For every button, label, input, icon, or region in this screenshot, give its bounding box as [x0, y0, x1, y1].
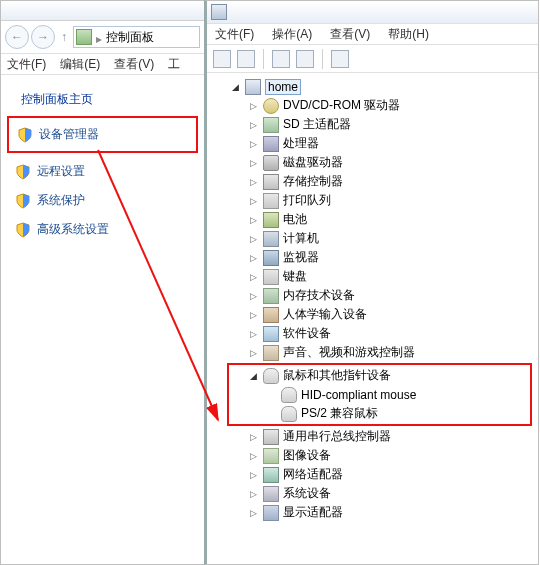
forward-button[interactable]: → [31, 25, 55, 49]
tree-label: 系统设备 [283, 485, 331, 502]
dm-menubar: 文件(F) 操作(A) 查看(V) 帮助(H) [207, 23, 538, 45]
cp-home-title[interactable]: 控制面板主页 [9, 85, 196, 118]
tree-item-cat2-3[interactable]: ▷系统设备 [211, 484, 536, 503]
expand-arrow-icon[interactable]: ▷ [247, 328, 259, 340]
tree-item-cat2-4[interactable]: ▷显示适配器 [211, 503, 536, 522]
menu-edit[interactable]: 编辑(E) [60, 56, 100, 73]
dev-chip-icon [263, 288, 279, 304]
dev-mouse-icon [281, 387, 297, 403]
expand-arrow-icon[interactable]: ▷ [247, 138, 259, 150]
tree-item-cat-7[interactable]: ▷计算机 [211, 229, 536, 248]
expand-arrow-icon[interactable]: ◢ [247, 370, 259, 382]
tree-item-cat-4[interactable]: ▷存储控制器 [211, 172, 536, 191]
expand-arrow-icon[interactable]: ▷ [247, 431, 259, 443]
tree-label: 通用串行总线控制器 [283, 428, 391, 445]
tree-label: 软件设备 [283, 325, 331, 342]
dev-print-icon [263, 193, 279, 209]
expand-arrow-icon[interactable]: ▷ [247, 469, 259, 481]
tb-back-icon[interactable] [213, 50, 231, 68]
device-tree[interactable]: ◢home▷DVD/CD-ROM 驱动器▷SD 主适配器▷处理器▷磁盘驱动器▷存… [207, 73, 538, 564]
sidebar-item-advanced-system-settings[interactable]: 高级系统设置 [9, 215, 196, 244]
expand-arrow-icon[interactable]: ▷ [247, 195, 259, 207]
menu-view[interactable]: 查看(V) [114, 56, 154, 73]
tree-label: SD 主适配器 [283, 116, 351, 133]
device-manager-window: 文件(F) 操作(A) 查看(V) 帮助(H) ◢home▷DVD/CD-ROM… [204, 0, 539, 565]
menu-file[interactable]: 文件(F) [7, 56, 46, 73]
expand-arrow-icon[interactable]: ▷ [247, 271, 259, 283]
sidebar-item-remote-settings[interactable]: 远程设置 [9, 157, 196, 186]
menu-tools[interactable]: 工 [168, 56, 180, 73]
expand-arrow-icon[interactable]: ▷ [247, 176, 259, 188]
tb-scan-icon[interactable] [331, 50, 349, 68]
tree-item-cat-13[interactable]: ▷声音、视频和游戏控制器 [211, 343, 536, 362]
tree-item-cat-5[interactable]: ▷打印队列 [211, 191, 536, 210]
tree-item-mouse-group[interactable]: ◢鼠标和其他指针设备 [229, 366, 530, 385]
tree-label: 计算机 [283, 230, 319, 247]
tree-item-cat2-0[interactable]: ▷通用串行总线控制器 [211, 427, 536, 446]
expand-arrow-icon[interactable]: ▷ [247, 214, 259, 226]
control-panel-window: ← → ↑ ▸ 控制面板 文件(F) 编辑(E) 查看(V) 工 控制面板主页 … [0, 0, 204, 565]
sidebar-item-label: 设备管理器 [39, 126, 99, 143]
menu-action[interactable]: 操作(A) [272, 26, 312, 43]
tree-item-cat-2[interactable]: ▷处理器 [211, 134, 536, 153]
expand-arrow-icon[interactable]: ▷ [247, 119, 259, 131]
tree-label: 内存技术设备 [283, 287, 355, 304]
dev-mon-icon [263, 250, 279, 266]
tree-item-cat-3[interactable]: ▷磁盘驱动器 [211, 153, 536, 172]
menu-view[interactable]: 查看(V) [330, 26, 370, 43]
tree-item-root[interactable]: ◢home [211, 77, 536, 96]
expand-arrow-icon[interactable]: ▷ [247, 252, 259, 264]
dm-titlebar [207, 1, 538, 23]
expand-arrow-icon[interactable]: ▷ [247, 488, 259, 500]
tree-item-cat-9[interactable]: ▷键盘 [211, 267, 536, 286]
divider [322, 49, 323, 69]
expand-arrow-icon[interactable]: ◢ [229, 81, 241, 93]
tree-item-mouse-1[interactable]: PS/2 兼容鼠标 [229, 404, 530, 423]
tree-item-mouse-0[interactable]: HID-compliant mouse [229, 385, 530, 404]
tree-item-cat-1[interactable]: ▷SD 主适配器 [211, 115, 536, 134]
dev-card-icon [263, 117, 279, 133]
sidebar-item-label: 系统保护 [37, 192, 85, 209]
expand-arrow-icon[interactable]: ▷ [247, 233, 259, 245]
expand-arrow-icon[interactable]: ▷ [247, 290, 259, 302]
sidebar-item-device-manager[interactable]: 设备管理器 [11, 120, 194, 149]
tree-item-cat2-1[interactable]: ▷图像设备 [211, 446, 536, 465]
tree-item-cat-10[interactable]: ▷内存技术设备 [211, 286, 536, 305]
tree-item-cat-0[interactable]: ▷DVD/CD-ROM 驱动器 [211, 96, 536, 115]
tree-label: home [265, 79, 301, 95]
tree-item-cat-12[interactable]: ▷软件设备 [211, 324, 536, 343]
tb-show-hidden-icon[interactable] [272, 50, 290, 68]
tree-label: 键盘 [283, 268, 307, 285]
expand-arrow-icon[interactable]: ▷ [247, 100, 259, 112]
tree-item-cat-11[interactable]: ▷人体学输入设备 [211, 305, 536, 324]
up-button[interactable]: ↑ [57, 30, 71, 44]
tree-label: 网络适配器 [283, 466, 343, 483]
breadcrumb-sep-icon: ▸ [96, 32, 102, 42]
back-button[interactable]: ← [5, 25, 29, 49]
dev-usb-icon [263, 429, 279, 445]
expand-arrow-icon[interactable]: ▷ [247, 507, 259, 519]
expand-arrow-icon[interactable]: ▷ [247, 450, 259, 462]
sidebar-item-label: 高级系统设置 [37, 221, 109, 238]
tree-item-cat2-2[interactable]: ▷网络适配器 [211, 465, 536, 484]
dev-bat-icon [263, 212, 279, 228]
tb-properties-icon[interactable] [296, 50, 314, 68]
tree-label: 打印队列 [283, 192, 331, 209]
dev-cd-icon [263, 98, 279, 114]
tree-label: 电池 [283, 211, 307, 228]
dev-hid-icon [263, 307, 279, 323]
divider [263, 49, 264, 69]
dev-disp-icon [263, 505, 279, 521]
tree-label: 图像设备 [283, 447, 331, 464]
tb-fwd-icon[interactable] [237, 50, 255, 68]
address-box[interactable]: ▸ 控制面板 [73, 26, 200, 48]
tree-item-cat-6[interactable]: ▷电池 [211, 210, 536, 229]
tree-item-cat-8[interactable]: ▷监视器 [211, 248, 536, 267]
expand-arrow-icon[interactable]: ▷ [247, 347, 259, 359]
tree-label: 磁盘驱动器 [283, 154, 343, 171]
expand-arrow-icon[interactable]: ▷ [247, 157, 259, 169]
expand-arrow-icon[interactable]: ▷ [247, 309, 259, 321]
menu-file[interactable]: 文件(F) [215, 26, 254, 43]
menu-help[interactable]: 帮助(H) [388, 26, 429, 43]
sidebar-item-system-protection[interactable]: 系统保护 [9, 186, 196, 215]
